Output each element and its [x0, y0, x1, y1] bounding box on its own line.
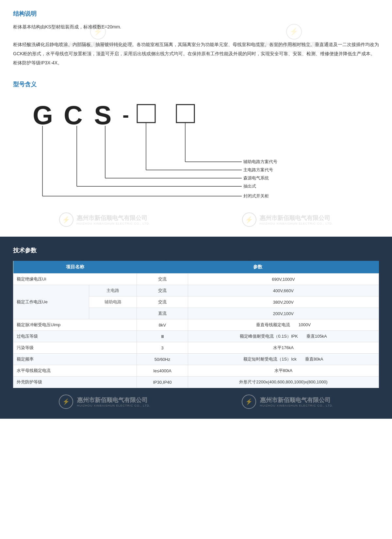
- bottom-wm-cn-right: 惠州市新佰顺电气有限公司: [260, 396, 334, 404]
- row6-param-val: 额定峰值耐受电流（0.1S）IPK 垂直105kA: [188, 331, 379, 342]
- box1: [137, 105, 155, 123]
- row1-label: 额定绝缘电压Ui: [13, 274, 137, 285]
- model-watermark-right: ⚡ 惠州市新佰顺电气有限公司 HUIZHOU XINBAISHUN ELECTR…: [242, 212, 333, 227]
- model-wm-logo-left: ⚡: [59, 212, 74, 227]
- col-header-name: 项目名称: [13, 261, 137, 274]
- row2-sublabel: 主电路: [89, 285, 137, 296]
- row3-sublabel: 辅助电路: [89, 296, 137, 308]
- structure-section: ⚡ 惠州市新佰顺电气有限公司 HUIZHOU XINBAISHUN ELECTR…: [0, 0, 392, 77]
- model-wm-en-left: HUIZHOU XINBAISHUN ELECTRIC CO., LTD.: [77, 222, 150, 225]
- bottom-wm-logo-icon-left: ⚡: [62, 398, 70, 405]
- row1-param-val: 690V,1000V: [188, 274, 379, 285]
- row9-label: 水平母线额定电流: [13, 365, 137, 377]
- tech-section: 技术参数 项目名称 参数 额定绝缘电压Ui 交流 690V,1000V 额定工作…: [0, 237, 392, 419]
- label-auxiliary: 辅助电路方案代号: [243, 159, 277, 164]
- table-row: 污染等级 3 水平176kA: [13, 342, 379, 354]
- model-section-watermark: ⚡ 惠州市新佰顺电气有限公司 HUIZHOU XINBAISHUN ELECTR…: [13, 212, 379, 227]
- bottom-wm-text-right: 惠州市新佰顺电气有限公司 HUIZHOU XINBAISHUN ELECTRIC…: [260, 396, 334, 407]
- table-row: 额定脉冲耐受电压Uimp 8kV 垂直母线额定电流 1000V: [13, 319, 379, 331]
- structure-para1: 柜体基本结构由KS型材组装而成，标准模数E=20mm.: [13, 22, 379, 31]
- label-enclosed: 封闭式开关柜: [243, 194, 269, 198]
- model-wm-text-left: 惠州市新佰顺电气有限公司 HUIZHOU XINBAISHUN ELECTRIC…: [77, 214, 150, 225]
- tech-params-table: 项目名称 参数 额定绝缘电压Ui 交流 690V,1000V 额定工作电压Ue …: [13, 261, 379, 388]
- label-drawer: 抽出式: [243, 184, 256, 189]
- bottom-wm-en-right: HUIZHOU XINBAISHUN ELECTRIC CO., LTD.: [260, 404, 334, 407]
- table-row: 额定工作电压Ue 主电路 交流 400V,660V: [13, 285, 379, 296]
- row5-param-val: 垂直母线额定电流 1000V: [188, 319, 379, 331]
- bottom-watermark: ⚡ 惠州市新佰顺电气有限公司 HUIZHOU XINBAISHUN ELECTR…: [13, 395, 379, 409]
- label-main-circuit: 主电路方案代号: [243, 167, 273, 172]
- row8-param-val: 额定短时耐受电流（1S）Ick 垂直80kA: [188, 354, 379, 365]
- row4-param-val: 200V,100V: [188, 308, 379, 319]
- row2-label: 额定工作电压Ue: [13, 285, 89, 319]
- row9-param-name: Ie≤4000A: [137, 365, 188, 377]
- tech-table-body: 额定绝缘电压Ui 交流 690V,1000V 额定工作电压Ue 主电路 交流 4…: [13, 274, 379, 388]
- row2-param-val: 400V,660V: [188, 285, 379, 296]
- model-wm-cn-left: 惠州市新佰顺电气有限公司: [77, 214, 150, 222]
- table-row: 外壳防护等级 IP30,IP40 外形尺寸2200x(400,600,800,1…: [13, 377, 379, 388]
- bottom-wm-left: ⚡ 惠州市新佰顺电气有限公司 HUIZHOU XINBAISHUN ELECTR…: [59, 395, 151, 409]
- row8-param-name: 50/60Hz: [137, 354, 188, 365]
- row5-label: 额定脉冲耐受电压Uimp: [13, 319, 137, 331]
- model-watermark-left: ⚡ 惠州市新佰顺电气有限公司 HUIZHOU XINBAISHUN ELECTR…: [59, 212, 150, 227]
- letter-S: S: [94, 101, 111, 130]
- model-wm-en-right: HUIZHOU XINBAISHUN ELECTRIC CO., LTD.: [260, 222, 333, 225]
- table-row: 额定频率 50/60Hz 额定短时耐受电流（1S）Ick 垂直80kA: [13, 354, 379, 365]
- letter-C: C: [64, 101, 83, 130]
- row7-param-name: 3: [137, 342, 188, 354]
- model-diagram-svg: G C S -: [13, 95, 379, 206]
- model-title: 型号含义: [13, 80, 379, 88]
- label-sengyuan: 森源电气系统: [243, 176, 269, 180]
- bottom-wm-logo-left: ⚡: [59, 395, 73, 409]
- row4-param-name: 直流: [137, 308, 188, 319]
- dash: -: [122, 104, 129, 126]
- structure-title: 结构说明: [13, 10, 379, 18]
- row6-label: 过电压等级: [13, 331, 137, 342]
- row3-param-name: 交流: [137, 296, 188, 308]
- table-row: 水平母线额定电流 Ie≤4000A 水平80kA: [13, 365, 379, 377]
- row5-param-name: 8kV: [137, 319, 188, 331]
- structure-para2: 柜体经酸洗磷化后静电喷涂。内部隔板、抽屉镀锌钝化处理。各功能室相互隔离，其隔离室…: [13, 40, 379, 67]
- bottom-wm-cn-left: 惠州市新佰顺电气有限公司: [77, 396, 151, 404]
- table-header-row: 项目名称 参数: [13, 261, 379, 274]
- model-section: 型号含义 G C S -: [0, 77, 392, 237]
- bottom-wm-logo-right: ⚡: [242, 395, 256, 409]
- bottom-wm-right: ⚡ 惠州市新佰顺电气有限公司 HUIZHOU XINBAISHUN ELECTR…: [242, 395, 334, 409]
- row9-param-val: 水平80kA: [188, 365, 379, 377]
- row2-param-name: 交流: [137, 285, 188, 296]
- col-header-param: 参数: [137, 261, 379, 274]
- model-wm-logo-right: ⚡: [242, 212, 256, 227]
- row7-param-val: 水平176kA: [188, 342, 379, 354]
- box2: [176, 105, 194, 123]
- table-row: 过电压等级 Ⅲ 额定峰值耐受电流（0.1S）IPK 垂直105kA: [13, 331, 379, 342]
- row8-label: 额定频率: [13, 354, 137, 365]
- bottom-wm-en-left: HUIZHOU XINBAISHUN ELECTRIC CO., LTD.: [77, 404, 151, 407]
- table-row: 额定绝缘电压Ui 交流 690V,1000V: [13, 274, 379, 285]
- row6-param-name: Ⅲ: [137, 331, 188, 342]
- bottom-wm-logo-icon-right: ⚡: [245, 398, 253, 405]
- row1-param-name: 交流: [137, 274, 188, 285]
- row7-label: 污染等级: [13, 342, 137, 354]
- row10-label: 外壳防护等级: [13, 377, 137, 388]
- model-wm-text-right: 惠州市新佰顺电气有限公司 HUIZHOU XINBAISHUN ELECTRIC…: [260, 214, 333, 225]
- model-wm-cn-right: 惠州市新佰顺电气有限公司: [260, 214, 333, 222]
- model-diagram: G C S -: [13, 95, 379, 206]
- row10-param-val: 外形尺寸2200x(400,600,800,1000)x(800,1000): [188, 377, 379, 388]
- row10-param-name: IP30,IP40: [137, 377, 188, 388]
- letter-G: G: [33, 101, 53, 130]
- bottom-wm-text-left: 惠州市新佰顺电气有限公司 HUIZHOU XINBAISHUN ELECTRIC…: [77, 396, 151, 407]
- row4-sublabel: [89, 308, 137, 319]
- row3-param-val: 380V,200V: [188, 296, 379, 308]
- tech-title: 技术参数: [13, 246, 379, 254]
